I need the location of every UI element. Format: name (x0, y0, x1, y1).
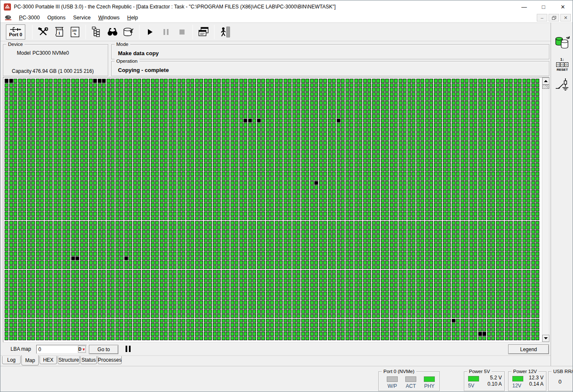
map-cell[interactable] (146, 203, 150, 207)
map-cell[interactable] (142, 305, 146, 309)
map-cell[interactable] (465, 101, 469, 105)
map-cell[interactable] (527, 176, 530, 181)
map-cell[interactable] (239, 336, 243, 341)
map-cell[interactable] (443, 199, 447, 203)
map-cell[interactable] (350, 163, 353, 167)
map-cell[interactable] (319, 230, 323, 234)
map-cell[interactable] (71, 92, 75, 96)
map-cell[interactable] (239, 101, 243, 105)
map-cell[interactable] (403, 288, 407, 292)
map-cell[interactable] (394, 176, 398, 181)
map-cell[interactable] (75, 336, 79, 341)
map-cell[interactable] (350, 199, 353, 203)
map-cell[interactable] (341, 92, 345, 96)
map-cell[interactable] (461, 119, 464, 123)
map-cell[interactable] (186, 194, 190, 198)
map-cell[interactable] (115, 101, 119, 105)
map-cell[interactable] (58, 234, 62, 238)
map-cell[interactable] (465, 199, 469, 203)
map-cell[interactable] (155, 176, 159, 181)
map-cell[interactable] (341, 292, 345, 296)
map-cell[interactable] (297, 92, 300, 96)
map-cell[interactable] (129, 328, 132, 332)
map-cell[interactable] (461, 181, 464, 185)
map-scrollbar[interactable] (542, 77, 549, 342)
map-cell[interactable] (420, 136, 424, 141)
map-cell[interactable] (93, 256, 97, 261)
map-cell[interactable] (31, 323, 35, 327)
map-cell[interactable] (305, 301, 309, 305)
map-cell[interactable] (509, 309, 513, 314)
map-cell[interactable] (257, 305, 261, 309)
map-cell[interactable] (345, 145, 349, 149)
map-cell[interactable] (173, 208, 177, 212)
map-cell[interactable] (252, 150, 256, 154)
map-cell[interactable] (248, 248, 252, 252)
map-cell[interactable] (244, 194, 247, 198)
map-cell[interactable] (124, 216, 128, 221)
map-cell[interactable] (5, 309, 8, 314)
map-cell[interactable] (252, 301, 256, 305)
map-cell[interactable] (129, 252, 132, 256)
map-cell[interactable] (49, 159, 53, 163)
map-cell[interactable] (376, 332, 380, 336)
map-cell[interactable] (288, 105, 292, 109)
map-cell[interactable] (305, 309, 309, 314)
map-cell[interactable] (376, 328, 380, 332)
map-cell[interactable] (305, 319, 309, 323)
map-cell[interactable] (151, 301, 155, 305)
map-cell[interactable] (536, 234, 539, 238)
map-cell[interactable] (133, 159, 137, 163)
map-cell[interactable] (5, 132, 8, 136)
map-cell[interactable] (292, 243, 296, 247)
map-cell[interactable] (169, 319, 172, 323)
map-cell[interactable] (292, 114, 296, 118)
map-cell[interactable] (270, 136, 274, 141)
map-cell[interactable] (45, 319, 48, 323)
map-cell[interactable] (434, 239, 438, 243)
map-cell[interactable] (407, 83, 411, 88)
map-cell[interactable] (337, 225, 340, 229)
map-cell[interactable] (261, 181, 265, 185)
map-cell[interactable] (230, 208, 234, 212)
map-cell[interactable] (199, 136, 203, 141)
map-cell[interactable] (45, 159, 48, 163)
map-cell[interactable] (84, 150, 88, 154)
map-cell[interactable] (244, 221, 247, 225)
map-cell[interactable] (527, 150, 530, 154)
map-cell[interactable] (363, 123, 367, 127)
map-cell[interactable] (456, 319, 460, 323)
map-cell[interactable] (151, 110, 155, 114)
map-cell[interactable] (142, 283, 146, 287)
map-cell[interactable] (416, 221, 420, 225)
map-cell[interactable] (478, 305, 482, 309)
map-cell[interactable] (137, 199, 141, 203)
map-cell[interactable] (252, 119, 256, 123)
map-cell[interactable] (310, 234, 314, 238)
map-cell[interactable] (252, 274, 256, 278)
map-cell[interactable] (275, 150, 278, 154)
map-cell[interactable] (169, 145, 172, 149)
map-cell[interactable] (376, 261, 380, 265)
map-cell[interactable] (429, 252, 433, 256)
map-cell[interactable] (266, 225, 270, 229)
map-cell[interactable] (266, 101, 270, 105)
map-cell[interactable] (213, 305, 217, 309)
map-cell[interactable] (297, 172, 300, 176)
map-cell[interactable] (443, 88, 447, 92)
map-cell[interactable] (376, 216, 380, 221)
map-cell[interactable] (222, 216, 225, 221)
map-cell[interactable] (45, 279, 48, 283)
map-cell[interactable] (416, 328, 420, 332)
map-cell[interactable] (429, 190, 433, 194)
map-cell[interactable] (531, 239, 535, 243)
map-cell[interactable] (469, 305, 473, 309)
map-cell[interactable] (323, 194, 327, 198)
map-cell[interactable] (505, 123, 509, 127)
map-cell[interactable] (284, 234, 287, 238)
map-cell[interactable] (305, 261, 309, 265)
map-cell[interactable] (49, 83, 53, 88)
map-cell[interactable] (452, 199, 455, 203)
map-cell[interactable] (465, 194, 469, 198)
map-cell[interactable] (80, 96, 84, 101)
